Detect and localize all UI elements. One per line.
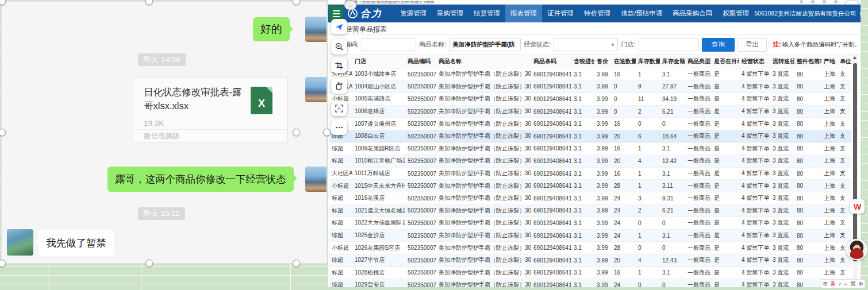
zoom-in-tool-button[interactable]	[331, 39, 347, 55]
table-cell: 6	[636, 130, 660, 142]
table-row[interactable]: 标超1021遵义大恒名城店502350007美加净防护型护手霜（防止冻裂）30g…	[329, 205, 851, 218]
ime-icon[interactable]: ⊞	[823, 281, 828, 287]
nav-item[interactable]: 证件管理	[542, 5, 579, 22]
table-row[interactable]: 标超1010榕江常驰广场店502350007美加净防护型护手霜（防止冻裂）30g…	[329, 155, 851, 168]
ime-icon[interactable]: ∴	[844, 281, 847, 287]
table-row[interactable]: 小标超1015中天未来方舟H4店502350007美加净防护型护手霜（防止冻裂）…	[329, 180, 851, 192]
pin-tool-button[interactable]	[331, 19, 347, 34]
profile-icon[interactable]	[834, 0, 838, 3]
table-cell: 标超	[329, 192, 352, 204]
browser-icon[interactable]	[811, 0, 815, 3]
contact-avatar[interactable]	[7, 229, 33, 256]
browser-address-bar[interactable]: 不安全 | zhsdpt.helichaoshi.com/index.xhtml	[328, 0, 861, 5]
browser-icon[interactable]	[823, 0, 826, 3]
logo-text: 合力	[360, 7, 382, 20]
nav-item[interactable]: 借款/预结申请	[616, 5, 667, 22]
sender-avatar[interactable]	[305, 167, 327, 192]
company-name[interactable]: 5061082贵州洁丽达贸易有限责任公司	[754, 10, 856, 18]
table-row[interactable]: 综超1027毕节店502350007美加净防护型护手霜（防止冻裂）30g6901…	[329, 254, 851, 267]
status-select[interactable]: ▾	[554, 38, 618, 51]
nav-item[interactable]: 采购管理	[432, 5, 468, 22]
table-cell: 0	[660, 242, 685, 254]
table-row[interactable]: 综超1029普安店502350007美加净防护型护手霜（防止冻裂）30g6901…	[329, 279, 851, 287]
nav-item[interactable]: 特价管理	[579, 5, 616, 22]
table-cell: 24	[612, 205, 636, 217]
file-size: 19.3K	[144, 119, 164, 127]
floating-contact-avatar[interactable]	[846, 239, 867, 260]
table-row[interactable]: 大社区A1004观山小区店502350007美加净防护型护手霜（防止冻裂）30g…	[329, 81, 851, 94]
table-cell: 6901294086418	[531, 106, 571, 118]
table-cell: 4 暂禁下单	[739, 230, 770, 242]
table-cell: 3 直流	[770, 180, 794, 192]
ime-icon[interactable]: 简	[850, 280, 855, 288]
table-cell: 小标超	[329, 180, 352, 192]
more-tool-button[interactable]	[331, 119, 347, 135]
table-cell: 标超	[329, 217, 352, 229]
crop-tool-button[interactable]	[331, 57, 347, 73]
table-header-cell: 是否在目录	[712, 55, 739, 68]
nav-item[interactable]: 结算管理	[468, 5, 505, 22]
table-cell: 24	[612, 279, 636, 287]
ime-icon[interactable]: ⊕	[859, 281, 863, 287]
name-label: 商品名称:	[419, 40, 446, 49]
query-button[interactable]: 查询	[702, 38, 735, 52]
table-row[interactable]: 小标超1026花果园S区店502350007美加净防护型护手霜（防止冻裂）30g…	[329, 242, 851, 254]
code-input[interactable]	[362, 38, 416, 51]
ime-icon[interactable]: 美	[830, 280, 835, 288]
table-row[interactable]: 1006息烽店502350007美加净防护型护手霜（防止冻裂）30g690129…	[329, 106, 851, 118]
selection-handle[interactable]	[293, 129, 300, 136]
nav-item[interactable]: 资源管理	[395, 5, 432, 22]
wps-badge-icon[interactable]: W	[850, 199, 865, 214]
selection-handle[interactable]	[293, 260, 300, 267]
user-avatar-icon[interactable]	[860, 9, 861, 18]
table-cell: 4 暂禁下单	[739, 180, 770, 192]
table-row[interactable]: 标超1016花溪店502350007美加净防护型护手霜（防止冻裂）30g6901…	[329, 192, 851, 205]
ocr-tool-button[interactable]: A	[331, 100, 347, 116]
sent-message-bubble[interactable]: 好的	[253, 17, 290, 41]
table-row[interactable]: 综超1025金沙店502350007美加净防护型护手霜（防止冻裂）30g6901…	[329, 230, 851, 242]
browser-button[interactable]	[845, 1, 859, 5]
scrollbar-thumb[interactable]	[853, 63, 857, 261]
table-header-cell: 经营状态	[739, 55, 770, 68]
table-cell: 1	[636, 68, 660, 80]
table-row[interactable]: 标超1022大方佳鑫国际店502350007美加净防护型护手霜（防止冻裂）30g…	[329, 217, 851, 230]
table-cell: 美加净防护型护手霜（防止冻裂）30g	[436, 180, 531, 192]
nav-item[interactable]: 商品采购合同	[667, 5, 717, 22]
sender-avatar[interactable]	[305, 77, 327, 102]
table-row[interactable]: 1007遵义播州店502350007美加净防护型护手霜（防止冻裂）30g6901…	[329, 118, 851, 130]
ime-toolbar[interactable]: ⊞美♪∴简⊕	[821, 279, 865, 288]
table-cell: 标超	[329, 205, 352, 217]
table-row[interactable]: 标超1028松桃店502350007美加净防护型护手霜（防止冻裂）30g6901…	[329, 267, 851, 280]
tab-report-title[interactable]: 经营单品报表	[345, 25, 387, 34]
nav-item[interactable]: 报表管理	[505, 5, 542, 22]
table-header-cell: 商品类型	[685, 55, 712, 68]
table-cell: 80	[794, 180, 821, 192]
received-message-bubble[interactable]: 我先做了暂禁	[39, 230, 114, 256]
selection-handle[interactable]	[323, 129, 331, 136]
table-row[interactable]: 综超1008白云店502350007美加净防护型护手霜（防止冻裂）30g6901…	[329, 130, 851, 143]
selection-handle[interactable]	[145, 260, 153, 267]
table-cell: 6901294086418	[531, 155, 571, 167]
table-row[interactable]: 大社区A1011万科城店502350007美加净防护型护手霜（防止冻裂）30g6…	[329, 168, 851, 180]
nav-item[interactable]: 权限管理	[717, 5, 754, 22]
table-cell: 502350007	[405, 217, 436, 229]
table-row[interactable]: 小标超1005南浦路店502350007美加净防护型护手霜（防止冻裂）30g69…	[329, 93, 851, 106]
store-input[interactable]	[639, 38, 699, 51]
table-cell: 是	[712, 217, 739, 229]
table-row[interactable]: 大社区A1003小城故事店502350007美加净防护型护手霜（防止冻裂）30g…	[329, 68, 851, 81]
browser-icon[interactable]	[800, 0, 803, 3]
file-message-card[interactable]: 日化状态修改审批表-露哥xlsx.xlsx X 19.3K 微信电脑版	[133, 77, 288, 142]
table-cell: 1022大方佳鑫国际店	[352, 217, 405, 229]
sent-message-bubble[interactable]: 露哥，这两个商品你修改一下经营状态	[107, 167, 294, 192]
table-cell: 0	[660, 217, 685, 229]
toolbar-minimize-handle[interactable]: –	[344, 1, 356, 10]
table-cell: 3 直流	[770, 168, 794, 180]
scroll-up-icon[interactable]	[853, 56, 857, 59]
export-button[interactable]: 导出	[738, 38, 766, 52]
name-input[interactable]	[449, 38, 521, 51]
copy-tool-button[interactable]	[331, 78, 347, 94]
ime-icon[interactable]: ♪	[839, 281, 842, 287]
sender-avatar[interactable]	[305, 17, 327, 42]
table-row[interactable]: 综超1009花果园R区店502350007美加净防护型护手霜（防止冻裂）30g6…	[329, 143, 851, 156]
table-cell: 3 直流	[770, 68, 794, 80]
